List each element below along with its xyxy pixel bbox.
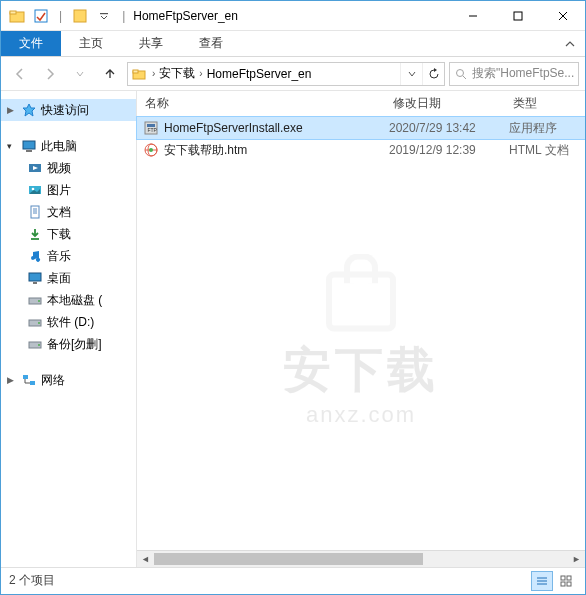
nav-label: 网络	[41, 372, 65, 389]
svg-rect-2	[35, 10, 47, 22]
ribbon-tabs: 文件 主页 共享 查看	[1, 31, 585, 57]
view-details-button[interactable]	[531, 571, 553, 591]
svg-rect-13	[23, 141, 35, 149]
file-icon: FTP	[143, 120, 159, 136]
file-row[interactable]: FTPHomeFtpServerInstall.exe2020/7/29 13:…	[137, 117, 585, 139]
svg-rect-3	[74, 10, 86, 22]
star-icon	[21, 102, 37, 118]
search-icon	[450, 68, 472, 80]
downloads-icon	[27, 226, 43, 242]
close-button[interactable]	[540, 1, 585, 30]
titlebar: | | HomeFtpServer_en	[1, 1, 585, 31]
scroll-thumb[interactable]	[154, 553, 423, 565]
address-row: › 安下载 › HomeFtpServer_en 搜索"HomeFtpSe...	[1, 57, 585, 91]
nav-this-pc[interactable]: ▾ 此电脑	[1, 135, 136, 157]
file-list[interactable]: FTPHomeFtpServerInstall.exe2020/7/29 13:…	[137, 117, 585, 550]
network-icon	[21, 372, 37, 388]
desktop-icon	[27, 270, 43, 286]
svg-text:FTP: FTP	[148, 127, 158, 133]
nav-label: 桌面	[47, 270, 71, 287]
svg-rect-24	[29, 273, 41, 281]
nav-label: 图片	[47, 182, 71, 199]
file-row[interactable]: 安下载帮助.htm2019/12/9 12:39HTML 文档	[137, 139, 585, 161]
qat-dropdown-icon[interactable]	[70, 6, 90, 26]
refresh-button[interactable]	[422, 63, 444, 85]
nav-network[interactable]: ▶ 网络	[1, 369, 136, 391]
up-button[interactable]	[97, 61, 123, 87]
breadcrumb[interactable]: 安下载	[157, 65, 197, 82]
forward-button[interactable]	[37, 61, 63, 87]
search-input[interactable]: 搜索"HomeFtpSe...	[449, 62, 579, 86]
chevron-right-icon[interactable]: ›	[150, 68, 157, 79]
column-type[interactable]: 类型	[505, 95, 585, 112]
nav-label: 备份[勿删]	[47, 336, 102, 353]
svg-rect-19	[31, 206, 39, 218]
nav-label: 文档	[47, 204, 71, 221]
chevron-right-icon: ▶	[7, 105, 17, 115]
svg-rect-45	[567, 582, 571, 586]
column-headers: 名称 修改日期 类型	[137, 91, 585, 117]
svg-point-27	[38, 300, 40, 302]
tab-home[interactable]: 主页	[61, 31, 121, 56]
minimize-button[interactable]	[450, 1, 495, 30]
nav-item[interactable]: 下载	[1, 223, 136, 245]
file-date: 2019/12/9 12:39	[385, 143, 505, 157]
drive-icon	[27, 336, 43, 352]
nav-item[interactable]: 软件 (D:)	[1, 311, 136, 333]
svg-rect-25	[33, 282, 37, 284]
horizontal-scrollbar[interactable]: ◄ ►	[137, 550, 585, 567]
folder-icon	[128, 67, 150, 81]
window-controls	[450, 1, 585, 30]
video-icon	[27, 160, 43, 176]
scroll-left-icon[interactable]: ◄	[137, 551, 154, 567]
scroll-right-icon[interactable]: ►	[568, 551, 585, 567]
nav-label: 此电脑	[41, 138, 77, 155]
svg-rect-4	[100, 13, 108, 14]
tab-share[interactable]: 共享	[121, 31, 181, 56]
file-list-pane: 名称 修改日期 类型 FTPHomeFtpServerInstall.exe20…	[137, 91, 585, 567]
file-name: 安下载帮助.htm	[164, 142, 247, 159]
tab-view[interactable]: 查看	[181, 31, 241, 56]
qat-separator: |	[59, 9, 62, 23]
chevron-right-icon[interactable]: ›	[197, 68, 204, 79]
svg-line-12	[463, 76, 466, 79]
breadcrumb[interactable]: HomeFtpServer_en	[205, 67, 314, 81]
view-large-button[interactable]	[555, 571, 577, 591]
nav-item[interactable]: 图片	[1, 179, 136, 201]
svg-point-11	[457, 69, 464, 76]
svg-rect-44	[561, 582, 565, 586]
nav-item[interactable]: 桌面	[1, 267, 136, 289]
column-date[interactable]: 修改日期	[385, 95, 505, 112]
title-separator: |	[122, 9, 125, 23]
svg-point-31	[38, 344, 40, 346]
svg-rect-32	[23, 375, 28, 379]
nav-item[interactable]: 视频	[1, 157, 136, 179]
address-dropdown-icon[interactable]	[400, 63, 422, 85]
svg-rect-6	[514, 12, 522, 20]
nav-label: 视频	[47, 160, 71, 177]
address-bar[interactable]: › 安下载 › HomeFtpServer_en	[127, 62, 445, 86]
nav-item[interactable]: 本地磁盘 (	[1, 289, 136, 311]
nav-quick-access[interactable]: ▶ 快速访问	[1, 99, 136, 121]
ribbon-expand-icon[interactable]	[555, 31, 585, 56]
maximize-button[interactable]	[495, 1, 540, 30]
nav-item[interactable]: 音乐	[1, 245, 136, 267]
tab-file[interactable]: 文件	[1, 31, 61, 56]
drive-icon	[27, 292, 43, 308]
status-bar: 2 个项目	[1, 567, 585, 593]
chevron-down-icon[interactable]	[94, 6, 114, 26]
nav-label: 本地磁盘 (	[47, 292, 102, 309]
navigation-pane: ▶ 快速访问 ▾ 此电脑 视频图片文档下载音乐桌面本地磁盘 (软件 (D:)备份…	[1, 91, 137, 567]
back-button[interactable]	[7, 61, 33, 87]
music-icon	[27, 248, 43, 264]
properties-icon[interactable]	[31, 6, 51, 26]
nav-item[interactable]: 文档	[1, 201, 136, 223]
nav-label: 下载	[47, 226, 71, 243]
svg-rect-42	[561, 576, 565, 580]
quick-access-toolbar: | | HomeFtpServer_en	[1, 6, 238, 26]
nav-item[interactable]: 备份[勿删]	[1, 333, 136, 355]
file-type: 应用程序	[505, 120, 585, 137]
recent-dropdown-icon[interactable]	[67, 61, 93, 87]
folder-icon	[7, 6, 27, 26]
column-name[interactable]: 名称	[137, 95, 385, 112]
